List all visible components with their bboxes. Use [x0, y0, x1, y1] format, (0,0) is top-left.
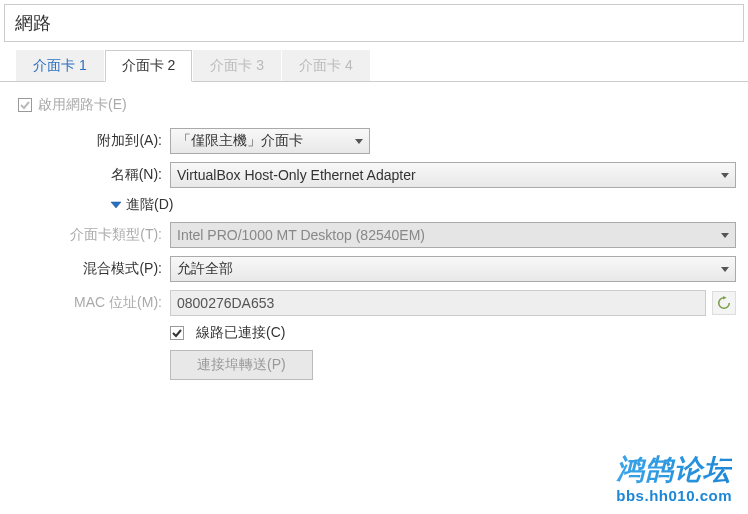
adapter-type-select: Intel PRO/1000 MT Desktop (82540EM) [170, 222, 736, 248]
attached-to-label: 附加到(A): [14, 132, 170, 150]
chevron-down-icon [110, 201, 122, 209]
enable-adapter-checkbox[interactable] [18, 98, 32, 112]
mac-address-label: MAC 位址(M): [14, 294, 170, 312]
tab-adapter-4[interactable]: 介面卡 4 [282, 50, 370, 82]
port-forwarding-button: 連接埠轉送(P) [170, 350, 313, 380]
mac-refresh-button[interactable] [712, 291, 736, 315]
name-select[interactable]: VirtualBox Host-Only Ethernet Adapter [170, 162, 736, 188]
svg-marker-1 [723, 296, 727, 300]
tab-content: 啟用網路卡(E) 附加到(A): 「僅限主機」介面卡 名稱(N): Virtua… [0, 81, 748, 400]
cable-connected-label: 線路已連接(C) [196, 324, 285, 342]
tab-adapter-2[interactable]: 介面卡 2 [105, 50, 193, 82]
watermark-title: 鸿鹄论坛 [616, 451, 732, 489]
watermark: 鸿鹄论坛 bbs.hh010.com [616, 451, 732, 504]
refresh-icon [717, 296, 731, 310]
tabs-bar: 介面卡 1 介面卡 2 介面卡 3 介面卡 4 [16, 50, 748, 82]
svg-marker-0 [111, 202, 121, 208]
attached-to-select[interactable]: 「僅限主機」介面卡 [170, 128, 370, 154]
tab-adapter-1[interactable]: 介面卡 1 [16, 50, 104, 82]
mac-address-input[interactable]: 0800276DA653 [170, 290, 706, 316]
adapter-type-label: 介面卡類型(T): [14, 226, 170, 244]
name-label: 名稱(N): [14, 166, 170, 184]
promiscuous-mode-select[interactable]: 允許全部 [170, 256, 736, 282]
tab-adapter-3[interactable]: 介面卡 3 [193, 50, 281, 82]
promiscuous-mode-label: 混合模式(P): [14, 260, 170, 278]
watermark-url: bbs.hh010.com [616, 487, 732, 504]
cable-connected-checkbox[interactable] [170, 326, 184, 340]
enable-adapter-label: 啟用網路卡(E) [38, 96, 127, 114]
advanced-toggle[interactable]: 進階(D) [110, 196, 173, 214]
page-title: 網路 [4, 4, 744, 42]
